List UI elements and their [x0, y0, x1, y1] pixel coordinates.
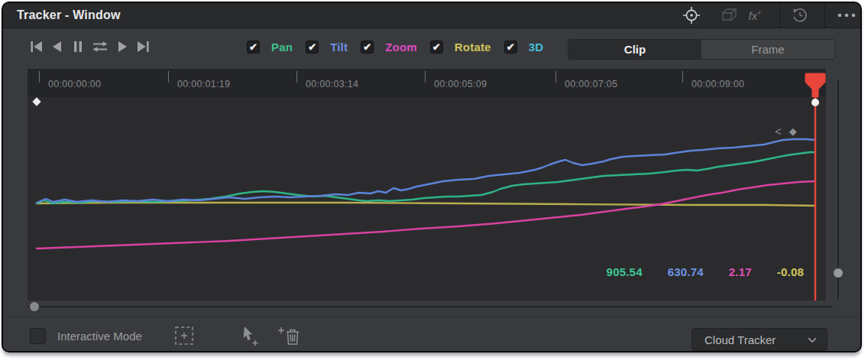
curve-zoom	[37, 181, 815, 249]
toggle-label: Rotate	[455, 41, 491, 54]
checkbox-tilt[interactable]: ✔	[306, 41, 319, 54]
titlebar-separator	[779, 3, 780, 28]
ruler-timecode: 00:00:05:09	[434, 79, 487, 89]
screenshot-stage: Tracker - Window	[0, 0, 868, 364]
options-menu-icon[interactable]	[835, 5, 860, 25]
keyframe-diamond-icon[interactable]: ◆	[789, 126, 797, 137]
checkbox-3d[interactable]: ✔	[504, 41, 517, 54]
interactive-mode-checkbox[interactable]	[30, 328, 46, 344]
checkbox-zoom[interactable]: ✔	[361, 41, 374, 54]
loop-button[interactable]	[91, 39, 109, 54]
fx-plus-icon[interactable]: fx+	[745, 5, 765, 25]
tracker-type-value: Cloud Tracker	[704, 333, 808, 346]
ruler-tick: 00:00:07:05	[555, 71, 556, 83]
tracker-value: 905.54	[607, 265, 643, 278]
toggle-label: Zoom	[385, 41, 417, 54]
toggle-zoom[interactable]: ✔Zoom	[361, 41, 417, 54]
skip-to-end-button[interactable]	[135, 39, 151, 54]
ruler-timecode: 00:00:01:19	[177, 79, 230, 89]
ruler-timecode: 00:00:03:14	[306, 79, 358, 89]
horizontal-zoom-track[interactable]	[28, 306, 833, 307]
tracker-value: -0.08	[777, 265, 804, 278]
play-reverse-button[interactable]	[50, 39, 65, 54]
play-forward-button[interactable]	[115, 39, 130, 54]
range-toggle: ClipFrame	[568, 39, 835, 60]
ruler-timecode: 00:00:07:05	[565, 79, 617, 89]
ruler-tick: 00:00:09:00	[682, 71, 683, 83]
interactive-mode-label: Interactive Mode	[57, 330, 142, 343]
toggle-label: Pan	[271, 41, 293, 54]
set-tracker-region-icon[interactable]	[173, 325, 195, 349]
checkbox-pan[interactable]: ✔	[247, 41, 260, 54]
tracker-target-icon[interactable]	[682, 5, 701, 25]
ruler-tick: 00:00:01:19	[168, 71, 169, 83]
horizontal-zoom-handle[interactable]	[30, 302, 39, 311]
titlebar-separator	[824, 3, 825, 28]
toggle-rotate[interactable]: ✔Rotate	[430, 41, 491, 54]
tracking-toggles: ✔Pan✔Tilt✔Zoom✔Rotate✔3D	[247, 38, 543, 55]
skip-to-start-button[interactable]	[29, 39, 44, 54]
chevron-down-icon	[808, 337, 817, 343]
tracker-type-dropdown[interactable]: Cloud Tracker	[691, 328, 828, 351]
prev-keyframe-icon[interactable]: <	[775, 126, 782, 137]
ruler-tick: 00:00:03:14	[296, 71, 297, 83]
toggle-tilt[interactable]: ✔Tilt	[306, 41, 348, 54]
tracker-value: 630.74	[668, 265, 704, 278]
vertical-zoom-handle[interactable]	[834, 268, 843, 278]
vertical-zoom-track[interactable]	[837, 80, 839, 300]
tracking-value-readouts: 905.54630.742.17-0.08	[538, 265, 804, 278]
window-title: Tracker - Window	[17, 8, 121, 22]
ruler-timecode: 00:00:09:00	[691, 79, 744, 89]
range-clip-button[interactable]: Clip	[568, 40, 701, 59]
curve-rotate	[37, 203, 815, 206]
add-tracker-point-icon[interactable]	[241, 325, 261, 349]
titlebar[interactable]: Tracker - Window	[3, 3, 860, 28]
pause-button[interactable]	[70, 39, 86, 54]
toggle-3d[interactable]: ✔3D	[504, 41, 544, 54]
transport-controls	[29, 38, 151, 55]
timeline-ruler[interactable]: 00:00:00:0000:00:01:1900:00:03:1400:00:0…	[28, 69, 826, 97]
tracker-window: Tracker - Window	[2, 2, 862, 353]
ruler-timecode: 00:00:00:00	[48, 79, 101, 89]
ruler-tick: 00:00:00:00	[39, 71, 40, 83]
keyframe-nav: < ◆	[775, 125, 797, 138]
toggle-label: 3D	[529, 41, 544, 54]
delete-tracker-point-icon[interactable]	[277, 325, 301, 349]
tracker-value: 2.17	[729, 265, 752, 278]
range-frame-button[interactable]: Frame	[701, 40, 834, 59]
history-icon[interactable]	[790, 5, 810, 25]
3d-tracker-box-icon[interactable]	[719, 5, 739, 25]
ruler-tick: 00:00:05:09	[425, 71, 426, 83]
checkbox-rotate[interactable]: ✔	[430, 41, 443, 54]
bottom-toolbar: Interactive Mode	[3, 317, 860, 353]
toggle-pan[interactable]: ✔Pan	[247, 41, 293, 54]
toggle-label: Tilt	[330, 41, 348, 54]
